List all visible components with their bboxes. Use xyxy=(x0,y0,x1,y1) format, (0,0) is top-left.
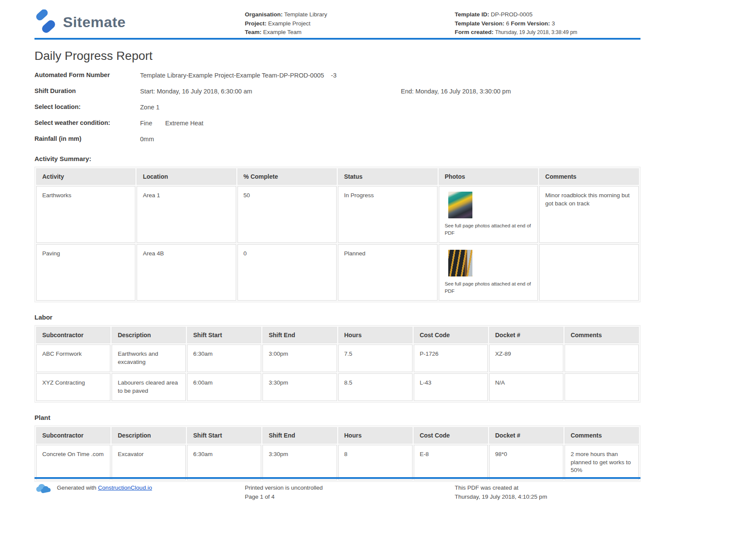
field-label: Select location: xyxy=(34,102,140,112)
column-header-comments: Comments xyxy=(565,427,639,444)
cell-hours: 8.5 xyxy=(338,373,412,401)
cell-shift-start: 6:00am xyxy=(187,373,261,401)
team-value: Example Team xyxy=(263,29,302,35)
cell-shift-end: 3:30pm xyxy=(262,373,337,401)
column-header-cost-code: Cost Code xyxy=(414,327,488,343)
cell-comments xyxy=(565,373,639,401)
page-number: Page 1 of 4 xyxy=(245,492,455,501)
field-label: Shift Duration xyxy=(34,87,140,96)
column-header-comments: Comments xyxy=(539,168,639,185)
table-row: ABC Formwork Earthworks and excavating 6… xyxy=(36,345,639,372)
cell-cost-code: L-43 xyxy=(414,373,488,401)
cell-complete: 0 xyxy=(237,244,337,301)
field-label: Rainfall (in mm) xyxy=(34,134,140,144)
field-weather-condition: Select weather condition: FineExtreme He… xyxy=(34,118,640,128)
labor-table: Subcontractor Description Shift Start Sh… xyxy=(34,325,640,403)
field-automated-form-number: Automated Form Number Template Library-E… xyxy=(34,71,640,80)
plant-table: Subcontractor Description Shift Start Sh… xyxy=(34,425,640,482)
column-header-complete: % Complete xyxy=(237,168,337,185)
cell-photos: See full page photos attached at end of … xyxy=(439,186,538,243)
header: Sitemate Organisation: Template Library … xyxy=(34,0,640,38)
pdf-created-line2: Thursday, 19 July 2018, 4:10:25 pm xyxy=(455,492,640,501)
activity-summary-heading: Activity Summary: xyxy=(34,155,640,162)
pdf-created-line1: This PDF was created at xyxy=(455,483,640,492)
footer: Generated with ConstructionCloud.io Prin… xyxy=(0,477,756,501)
cell-hours: 7.5 xyxy=(338,345,412,372)
cell-docket: 98*0 xyxy=(489,445,563,481)
page-title: Daily Progress Report xyxy=(34,49,640,63)
project-label: Project: xyxy=(245,20,266,27)
plant-heading: Plant xyxy=(34,414,640,421)
cell-photos: See full page photos attached at end of … xyxy=(439,244,538,301)
weather-value-1: Fine xyxy=(140,120,152,127)
project-value: Example Project xyxy=(268,20,310,27)
activity-photo-thumbnail xyxy=(448,250,472,276)
activity-summary-table: Activity Location % Complete Status Phot… xyxy=(34,167,640,302)
photo-note: See full page photos attached at end of … xyxy=(445,222,532,237)
footer-generated: Generated with ConstructionCloud.io xyxy=(34,483,245,501)
automated-form-number-suffix: -3 xyxy=(331,72,337,79)
column-header-status: Status xyxy=(338,168,437,185)
field-value: Template Library-Example Project-Example… xyxy=(140,71,640,80)
cell-subcontractor: XYZ Contracting xyxy=(36,373,110,401)
column-header-comments: Comments xyxy=(565,327,639,343)
table-row: Earthworks Area 1 50 In Progress See ful… xyxy=(36,186,639,243)
field-select-location: Select location: Zone 1 xyxy=(34,102,640,112)
cell-shift-start: 6:30am xyxy=(187,445,261,481)
cell-hours: 8 xyxy=(338,445,412,481)
template-id-label: Template ID: xyxy=(455,11,489,18)
cell-location: Area 4B xyxy=(137,244,236,301)
cell-comments xyxy=(539,244,639,301)
cell-docket: N/A xyxy=(489,373,563,401)
footer-print-note: Printed version is uncontrolled Page 1 o… xyxy=(245,483,455,501)
column-header-subcontractor: Subcontractor xyxy=(36,427,110,444)
cell-complete: 50 xyxy=(237,186,337,243)
footer-created: This PDF was created at Thursday, 19 Jul… xyxy=(455,483,640,501)
table-row: Paving Area 4B 0 Planned See full page p… xyxy=(36,244,639,301)
organisation-value: Template Library xyxy=(284,11,327,18)
column-header-hours: Hours xyxy=(338,427,412,444)
cell-comments: Minor roadblock this morning but got bac… xyxy=(539,186,639,243)
table-row: Concrete On Time .com Excavator 6:30am 3… xyxy=(36,445,639,481)
cell-shift-start: 6:30am xyxy=(187,345,261,372)
column-header-activity: Activity xyxy=(36,168,135,185)
automated-form-number-value: Template Library-Example Project-Example… xyxy=(140,72,324,79)
column-header-shift-start: Shift Start xyxy=(187,427,261,444)
table-header-row: Subcontractor Description Shift Start Sh… xyxy=(36,327,639,343)
cell-description: Earthworks and excavating xyxy=(112,345,186,372)
table-header-row: Activity Location % Complete Status Phot… xyxy=(36,168,639,185)
column-header-docket: Docket # xyxy=(489,427,563,444)
template-id-value: DP-PROD-0005 xyxy=(491,11,533,18)
cell-description: Labourers cleared area to be paved xyxy=(112,373,186,401)
activity-photo-thumbnail xyxy=(448,192,472,218)
printed-note: Printed version is uncontrolled xyxy=(245,483,455,492)
sitemate-logo-icon xyxy=(34,9,57,34)
cell-docket: XZ-89 xyxy=(489,345,563,372)
pdf-page: Sitemate Organisation: Template Library … xyxy=(0,0,756,534)
header-org-block: Organisation: Template Library Project: … xyxy=(245,8,455,37)
constructioncloud-link[interactable]: ConstructionCloud.io xyxy=(98,484,152,491)
logo-text: Sitemate xyxy=(63,14,126,31)
organisation-label: Organisation: xyxy=(245,11,283,18)
cell-status: Planned xyxy=(338,244,437,301)
weather-value-2: Extreme Heat xyxy=(165,120,203,127)
column-header-photos: Photos xyxy=(439,168,538,185)
form-created-value: Thursday, 19 July 2018, 3:38:49 pm xyxy=(495,29,578,35)
rainfall-value: 0mm xyxy=(140,134,640,144)
header-divider xyxy=(34,38,640,40)
column-header-description: Description xyxy=(112,327,186,343)
column-header-shift-end: Shift End xyxy=(262,427,337,444)
shift-end-value: End: Monday, 16 July 2018, 3:30:00 pm xyxy=(401,87,511,96)
cell-location: Area 1 xyxy=(137,186,236,243)
team-label: Team: xyxy=(245,29,262,35)
cell-activity: Paving xyxy=(36,244,135,301)
labor-heading: Labor xyxy=(34,314,640,321)
photo-note: See full page photos attached at end of … xyxy=(445,280,532,295)
cell-subcontractor: ABC Formwork xyxy=(36,345,110,372)
table-row: XYZ Contracting Labourers cleared area t… xyxy=(36,373,639,401)
column-header-cost-code: Cost Code xyxy=(414,427,488,444)
column-header-location: Location xyxy=(137,168,236,185)
cell-cost-code: E-8 xyxy=(414,445,488,481)
cell-shift-end: 3:00pm xyxy=(262,345,337,372)
template-version-value: 6 xyxy=(506,20,509,27)
